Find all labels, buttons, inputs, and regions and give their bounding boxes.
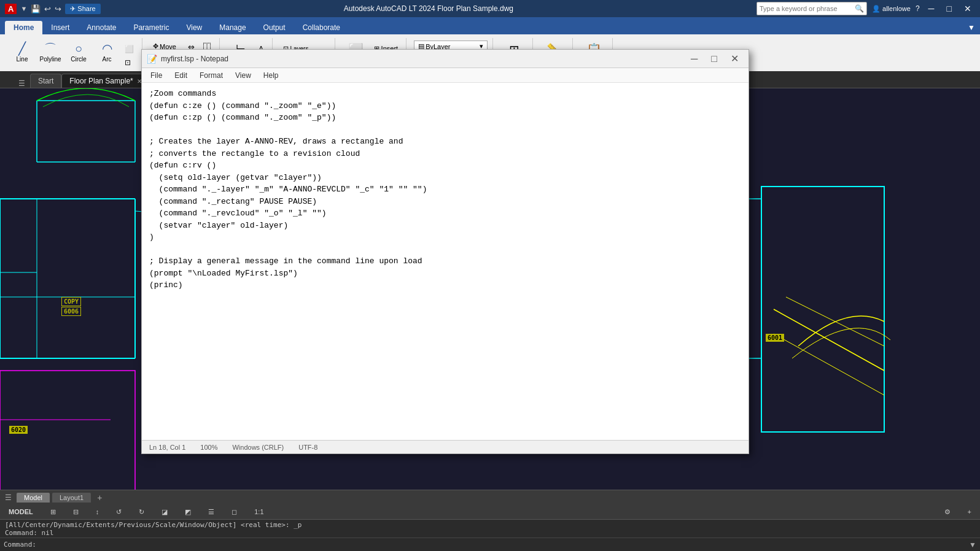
- status-lwt[interactable]: ◩: [182, 508, 193, 516]
- arc-button[interactable]: ◠ Arc: [93, 40, 120, 64]
- notepad-zoom: 100%: [200, 444, 217, 451]
- notepad-title: myfirst.lsp - Notepad: [161, 55, 682, 63]
- undo-icon[interactable]: ↩: [44, 4, 51, 13]
- notepad-maximize-button[interactable]: □: [706, 52, 722, 66]
- notepad-statusbar: Ln 18, Col 1 100% Windows (CRLF) UTF-8: [142, 440, 749, 453]
- status-workspace[interactable]: +: [965, 508, 974, 515]
- command-icons: ▼: [969, 541, 976, 549]
- notepad-encoding: UTF-8: [298, 444, 317, 451]
- tab-collaborate[interactable]: Collaborate: [294, 21, 349, 34]
- command-prompt: Command:: [4, 541, 36, 549]
- tab-add-layout[interactable]: +: [93, 491, 106, 504]
- notepad-menu-view[interactable]: View: [229, 70, 257, 81]
- search-icon: 🔍: [855, 4, 864, 13]
- status-otrack[interactable]: ◪: [159, 508, 170, 516]
- line-icon: ╱: [18, 42, 26, 55]
- tab-floor-plan[interactable]: Floor Plan Sample* ✕: [61, 74, 149, 88]
- label-copy: COPY: [61, 297, 81, 306]
- notepad-minimize-button[interactable]: ─: [686, 52, 702, 66]
- notepad-window: 📝 myfirst.lsp - Notepad ─ □ ✕ File Edit …: [141, 49, 749, 454]
- notepad-menu-format[interactable]: Format: [193, 70, 229, 81]
- status-snap[interactable]: ⊟: [71, 508, 81, 516]
- notepad-editor[interactable]: ;Zoom commands (defun c:ze () (command "…: [142, 83, 749, 440]
- status-osnap[interactable]: ↻: [136, 508, 147, 516]
- title-bar-left: A ▼ 💾 ↩ ↪ ✈ Share: [5, 4, 101, 14]
- label-6020: 6020: [9, 426, 28, 434]
- status-anno-scale[interactable]: 1:1: [252, 508, 266, 515]
- notepad-app-icon: 📝: [147, 54, 157, 64]
- help-icon[interactable]: ?: [916, 4, 920, 13]
- status-bar: MODEL ⊞ ⊟ ↕ ↺ ↻ ◪ ◩ ☰ ◻ 1:1 ⚙ +: [0, 504, 980, 519]
- notepad-line-col: Ln 18, Col 1: [149, 444, 185, 451]
- polyline-label: Polyline: [39, 56, 61, 63]
- model-nav-icon[interactable]: ☰: [5, 493, 12, 502]
- notepad-menubar: File Edit Format View Help: [142, 68, 749, 83]
- app-logo: A: [5, 4, 17, 14]
- tab-floor-plan-label: Floor Plan Sample*: [69, 77, 133, 85]
- search-bar[interactable]: 🔍: [756, 2, 867, 15]
- panel-expand[interactable]: ▼: [963, 21, 980, 34]
- title-bar: A ▼ 💾 ↩ ↪ ✈ Share Autodesk AutoCAD LT 20…: [0, 0, 980, 17]
- line-button[interactable]: ╱ Line: [9, 40, 36, 64]
- model-tabs: ☰ Model Layout1 +: [0, 490, 980, 504]
- command-input-row[interactable]: Command: ▼: [0, 538, 980, 551]
- circle-label: Circle: [71, 56, 87, 63]
- notepad-close-button[interactable]: ✕: [726, 52, 744, 66]
- minimize-button[interactable]: ─: [925, 2, 938, 15]
- ribbon-tabs: Home Insert Annotate Parametric View Man…: [0, 17, 980, 34]
- status-polar[interactable]: ↺: [114, 508, 124, 516]
- command-input[interactable]: [39, 541, 969, 549]
- quick-save-icon[interactable]: 💾: [31, 4, 41, 13]
- notepad-line-endings: Windows (CRLF): [232, 444, 284, 451]
- tab-view[interactable]: View: [177, 21, 211, 34]
- nav-left-icon[interactable]: ☰: [18, 79, 25, 88]
- status-ortho[interactable]: ↕: [93, 508, 102, 515]
- label-6006: 6006: [61, 307, 81, 316]
- redo-icon[interactable]: ↪: [55, 4, 61, 13]
- circle-icon: ○: [75, 42, 82, 55]
- status-settings[interactable]: ⚙: [942, 508, 953, 516]
- command-area: [All/Center/Dynamic/Extents/Previous/Sca…: [0, 519, 980, 551]
- search-input[interactable]: [760, 5, 855, 12]
- command-history-line2: Command: nil: [5, 529, 975, 537]
- draw-extra-2[interactable]: ⊡: [122, 56, 137, 69]
- share-button[interactable]: ✈ Share: [65, 4, 100, 14]
- status-selection[interactable]: ◻: [229, 508, 239, 516]
- arc-label: Arc: [103, 56, 112, 63]
- arc-icon: ◠: [102, 42, 112, 55]
- notepad-menu-edit[interactable]: Edit: [168, 70, 193, 81]
- tab-output[interactable]: Output: [255, 21, 294, 34]
- polyline-button[interactable]: ⌒ Polyline: [37, 40, 64, 64]
- label-6001: 6001: [766, 334, 784, 342]
- notepad-menu-file[interactable]: File: [144, 70, 168, 81]
- notepad-menu-help[interactable]: Help: [257, 70, 285, 81]
- tab-layout1[interactable]: Layout1: [52, 493, 91, 503]
- tab-annotate[interactable]: Annotate: [78, 21, 125, 34]
- maximize-button[interactable]: □: [943, 2, 955, 15]
- tab-insert[interactable]: Insert: [42, 21, 78, 34]
- tab-model[interactable]: Model: [17, 493, 50, 503]
- notepad-titlebar: 📝 myfirst.lsp - Notepad ─ □ ✕: [142, 50, 749, 68]
- tab-home[interactable]: Home: [5, 21, 42, 34]
- command-history-line1: [All/Center/Dynamic/Extents/Previous/Sca…: [5, 521, 975, 529]
- user-account[interactable]: 👤 allenlowe: [872, 5, 911, 13]
- command-history: [All/Center/Dynamic/Extents/Previous/Sca…: [0, 520, 980, 538]
- tab-start[interactable]: Start: [30, 74, 61, 88]
- title-bar-right: 🔍 👤 allenlowe ? ─ □ ✕: [756, 2, 975, 15]
- window-title: Autodesk AutoCAD LT 2024 Floor Plan Samp…: [101, 4, 756, 13]
- tab-parametric[interactable]: Parametric: [125, 21, 177, 34]
- circle-button[interactable]: ○ Circle: [65, 40, 92, 64]
- status-transparency[interactable]: ☰: [206, 508, 217, 516]
- tab-start-label: Start: [38, 77, 53, 85]
- close-button[interactable]: ✕: [960, 2, 975, 15]
- line-label: Line: [17, 56, 28, 63]
- status-model[interactable]: MODEL: [6, 508, 36, 515]
- polyline-icon: ⌒: [44, 42, 56, 55]
- draw-extra-1[interactable]: ⬜: [122, 43, 137, 55]
- tab-manage[interactable]: Manage: [211, 21, 254, 34]
- status-grid[interactable]: ⊞: [48, 508, 58, 516]
